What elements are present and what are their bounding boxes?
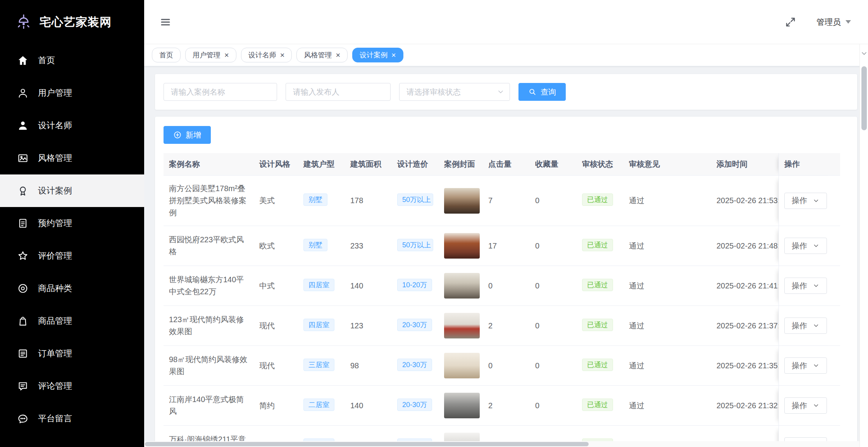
sidebar-item-orders[interactable]: 订单管理 [0,337,144,370]
audit-status-select[interactable] [399,83,510,101]
category-icon [17,283,29,294]
add-button[interactable]: 新增 [164,126,211,144]
caret-down-icon [846,20,851,24]
house-type-tag: 四居室 [303,279,334,291]
audit-status-tag: 已通过 [582,399,613,411]
tab-overflow-button[interactable] [860,50,868,57]
case-cover-image[interactable] [444,353,480,378]
cost-tag: 20-30万 [397,359,432,371]
favorites-cell: 0 [530,176,577,226]
tab-bar: 首页 用户管理 设计名师 风格管理 设计案例 [144,44,868,66]
sidebar-item-product-categories[interactable]: 商品种类 [0,272,144,305]
case-cover-image[interactable] [444,313,480,338]
sidebar-item-label: 首页 [38,55,55,66]
style-cell: 简约 [254,386,298,426]
sidebar-item-styles[interactable]: 风格管理 [0,142,144,174]
audit-opinion-cell: 通过 [623,266,711,306]
sidebar-item-label: 用户管理 [38,87,72,99]
audit-status-tag: 已通过 [582,279,613,291]
row-actions-button[interactable]: 操作 [784,238,827,254]
hamburger-button[interactable] [160,16,171,28]
sidebar-item-products[interactable]: 商品管理 [0,305,144,337]
audit-status-select-input[interactable] [399,83,510,101]
case-name-input[interactable] [164,83,277,101]
case-cover-image[interactable] [444,233,480,259]
close-icon[interactable] [280,51,285,59]
vertical-scrollbar-thumb[interactable] [861,66,867,130]
column-header: 案例名称 [164,153,254,176]
added-time-cell: 2025-02-26 21:48:5 [711,226,778,266]
fullscreen-icon [785,16,796,28]
sidebar-item-label: 订单管理 [38,348,72,359]
house-type-tag: 四居室 [303,319,334,331]
logo: 宅心艺家装网 [0,0,144,44]
row-actions-button[interactable]: 操作 [784,193,827,209]
sidebar: 宅心艺家装网 首页 用户管理 设计名师 风格管理 设计案例 [0,0,144,447]
sidebar-item-label: 预约管理 [38,217,72,229]
audit-opinion-cell: 通过 [623,346,711,386]
clicks-cell: 0 [483,266,530,306]
audit-opinion-cell: 通过 [623,176,711,226]
publisher-input[interactable] [286,83,391,101]
row-actions-button[interactable]: 操作 [784,357,827,374]
clicks-cell: 0 [483,346,530,386]
area-cell: 123 [345,306,392,346]
audit-opinion-cell: 通过 [623,226,711,266]
tab-styles[interactable]: 风格管理 [296,48,348,62]
case-name-cell: 98㎡现代简约风装修效果图 [164,346,254,386]
style-cell: 美式 [254,176,298,226]
row-actions-button[interactable]: 操作 [784,318,827,334]
order-icon [17,348,29,359]
style-cell: 欧式 [254,226,298,266]
row-actions-button[interactable]: 操作 [784,278,827,294]
sidebar-item-home[interactable]: 首页 [0,44,144,77]
row-actions-button[interactable]: 操作 [784,397,827,414]
sidebar-item-appointments[interactable]: 预约管理 [0,207,144,240]
comment-icon [17,380,29,392]
tab-cases[interactable]: 设计案例 [352,48,403,62]
query-button[interactable]: 查询 [518,83,566,101]
sidebar-item-comments[interactable]: 评论管理 [0,370,144,402]
area-cell: 140 [345,266,392,306]
house-type-tag: 别墅 [303,193,327,206]
horizontal-scrollbar[interactable] [144,441,859,447]
audit-status-tag: 已通过 [582,239,613,251]
case-name-cell: 123㎡现代简约风装修效果图 [164,306,254,346]
sidebar-item-cases[interactable]: 设计案例 [0,174,144,207]
cases-table: 案例名称 设计风格 建筑户型 建筑面积 设计造价 案例封面 点击量 收藏量 审核… [164,153,840,447]
plus-icon [173,131,182,139]
case-cover-image[interactable] [444,188,480,214]
case-cover-image[interactable] [444,273,480,299]
audit-status-tag: 已通过 [582,193,613,206]
review-icon [17,250,29,262]
fullscreen-button[interactable] [785,16,796,28]
case-cover-image[interactable] [444,393,480,418]
table-row: 123㎡现代简约风装修效果图 现代 四居室 123 20-30万 2 0 已通过… [164,306,840,346]
sidebar-item-users[interactable]: 用户管理 [0,77,144,109]
added-time-cell: 2025-02-26 21:53:1 [711,176,778,226]
table-wrapper: 案例名称 设计风格 建筑户型 建筑面积 设计造价 案例封面 点击量 收藏量 审核… [164,153,849,447]
sidebar-item-designers[interactable]: 设计名师 [0,109,144,142]
horizontal-scrollbar-thumb[interactable] [145,442,589,446]
column-header: 审核意见 [623,153,711,176]
sidebar-item-reviews[interactable]: 评价管理 [0,240,144,272]
close-icon[interactable] [391,51,396,59]
user-dropdown[interactable]: 管理员 [816,17,851,28]
topbar: 管理员 [144,0,868,44]
close-icon[interactable] [336,51,340,59]
cost-tag: 50万以上 .. [397,193,433,206]
sidebar-item-messages[interactable]: 平台留言 [0,402,144,435]
favorites-cell: 0 [530,346,577,386]
added-time-cell: 2025-02-26 21:35:2 [711,346,778,386]
vertical-scrollbar[interactable] [859,44,868,447]
style-cell: 现代 [254,306,298,346]
user-label: 管理员 [816,17,841,28]
tab-users[interactable]: 用户管理 [185,48,236,62]
close-icon[interactable] [224,51,229,59]
house-type-tag: 别墅 [303,239,327,251]
style-icon [17,152,29,164]
column-header: 点击量 [483,153,530,176]
search-icon [528,88,537,96]
tab-designers[interactable]: 设计名师 [241,48,292,62]
tab-home[interactable]: 首页 [152,48,181,62]
